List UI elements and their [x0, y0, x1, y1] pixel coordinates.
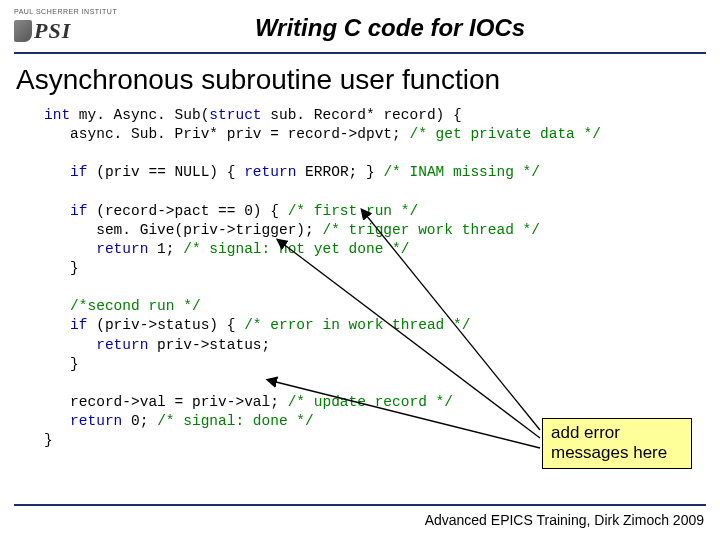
- logo-letters: PSI: [34, 18, 71, 44]
- content-area: Asynchronous subroutine user function in…: [0, 54, 720, 450]
- section-heading: Asynchronous subroutine user function: [16, 64, 704, 96]
- slide-title: Writing C code for IOCs: [134, 14, 706, 42]
- callout-box: add error messages here: [542, 418, 692, 469]
- psi-logo: PAUL SCHERRER INSTITUT PSI: [14, 8, 134, 48]
- logo-institute-text: PAUL SCHERRER INSTITUT: [14, 8, 117, 15]
- divider-bottom: [14, 504, 706, 506]
- footer-text: Advanced EPICS Training, Dirk Zimoch 200…: [425, 512, 704, 528]
- header: PAUL SCHERRER INSTITUT PSI Writing C cod…: [0, 0, 720, 52]
- logo-shape-icon: [14, 20, 32, 42]
- code-block: int my. Async. Sub(struct sub. Record* r…: [16, 106, 704, 450]
